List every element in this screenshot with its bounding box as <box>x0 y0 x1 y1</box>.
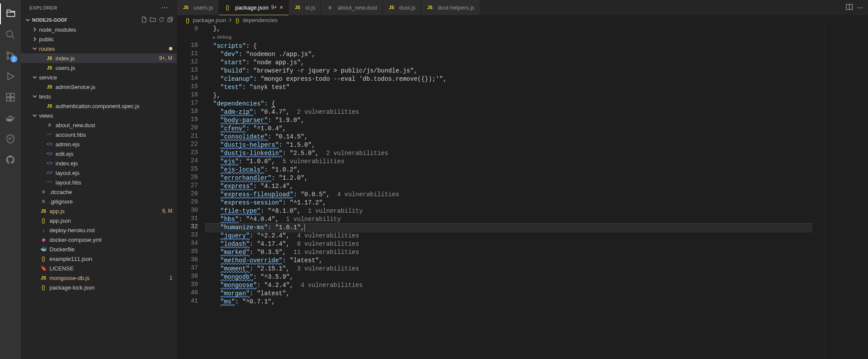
line-number: 27 <box>177 181 198 190</box>
tree-item-label: app.json <box>50 217 172 224</box>
tree-file[interactable]: {}app.json <box>21 216 177 225</box>
tree-folder[interactable]: node_modules <box>21 25 177 34</box>
explorer-icon[interactable] <box>0 3 21 24</box>
tree-file[interactable]: {}package-lock.json <box>21 283 177 292</box>
breadcrumb-label[interactable]: package.json <box>193 17 226 23</box>
refresh-icon[interactable] <box>158 16 165 23</box>
minimap[interactable] <box>825 25 868 359</box>
editor-tab[interactable]: JSdust.js <box>383 0 422 15</box>
code-content[interactable]: }, ▶Debug "scripts": { "dev": "nodemon .… <box>206 25 825 359</box>
tree-folder[interactable]: routes <box>21 44 177 53</box>
tree-file[interactable]: <>edit.ejs <box>21 149 177 158</box>
tree-file[interactable]: ≡.gitignore <box>21 197 177 206</box>
tree-file[interactable]: ◆docker-compose.yml <box>21 235 177 244</box>
tree-item-label: package-lock.json <box>50 284 172 291</box>
workspace-name: NODEJS-GOOF <box>32 17 67 23</box>
line-number: 40 <box>177 289 198 297</box>
chevron-icon <box>31 45 38 52</box>
tree-file[interactable]: JSadminService.js <box>21 82 177 92</box>
new-folder-icon[interactable] <box>150 16 156 23</box>
tab-label: dust.js <box>399 4 416 11</box>
vulnerability-inlay: 2 vulnerabilities <box>290 109 359 115</box>
tree-file[interactable]: 〰layout.hbs <box>21 178 177 187</box>
sidebar-more-icon[interactable]: ⋯ <box>161 3 168 12</box>
tree-folder[interactable]: tests <box>21 92 177 101</box>
code-line: "mongodb": "^3.5.9", <box>206 273 812 281</box>
tree-file[interactable]: JSauthentication.component.spec.js <box>21 101 177 111</box>
code-line: "dustjs-linkedin": "2.5.0", 2 vulnerabil… <box>206 149 812 158</box>
tree-file[interactable]: JSindex.js9+, M <box>21 53 177 63</box>
tree-item-label: layout.hbs <box>56 179 172 186</box>
sidebar-header: EXPLORER ⋯ <box>21 0 177 15</box>
line-number: 19 <box>177 115 198 124</box>
breadcrumbs[interactable]: {}package.json{}dependencies <box>177 15 868 25</box>
svg-rect-7 <box>11 98 14 101</box>
svg-rect-5 <box>11 93 14 97</box>
tree-file[interactable]: {}example111.json <box>21 254 177 263</box>
run-debug-icon[interactable] <box>0 66 21 87</box>
chevron-icon <box>31 36 38 43</box>
tree-item-label: users.js <box>56 65 172 71</box>
tree-item-label: admin.ejs <box>56 141 172 148</box>
line-number: 10 <box>177 41 198 49</box>
line-number: 38 <box>177 272 198 280</box>
tree-folder[interactable]: service <box>21 72 177 82</box>
tab-label: dust-helpers.js <box>438 4 475 11</box>
tree-file[interactable]: 🐳Dockerfile <box>21 244 177 254</box>
workspace-header[interactable]: NODEJS-GOOF <box>21 15 177 25</box>
tree-item-label: views <box>39 112 172 119</box>
source-control-icon[interactable]: 2 <box>0 45 21 66</box>
tree-folder[interactable]: public <box>21 34 177 44</box>
tree-file[interactable]: JSusers.js <box>21 63 177 72</box>
code-line: "body-parser": "1.9.0", <box>206 116 812 125</box>
vulnerability-inlay: 5 vulnerabilities <box>275 158 345 165</box>
new-file-icon[interactable] <box>141 16 147 23</box>
tree-file[interactable]: ≡.dccache <box>21 187 177 197</box>
tree-file[interactable]: JSmongoose-db.js1 <box>21 273 177 283</box>
svg-point-2 <box>7 57 9 59</box>
line-number: 18 <box>177 107 198 115</box>
editor-tab[interactable]: JSdust-helpers.js <box>421 0 480 15</box>
github-icon[interactable] <box>0 149 21 170</box>
tree-item-label: authentication.component.spec.js <box>56 103 172 109</box>
tree-file[interactable]: <>admin.ejs <box>21 139 177 149</box>
line-number: 30 <box>177 206 198 214</box>
line-number: 37 <box>177 264 198 272</box>
vulnerability-inlay: 3 vulnerabilities <box>290 265 359 272</box>
svg-rect-6 <box>7 98 10 101</box>
code-line: "adm-zip": "0.4.7", 2 vulnerabilities <box>206 108 812 116</box>
tree-file[interactable]: 〰account.hbs <box>21 130 177 139</box>
tree-file[interactable]: ≡about_new.dust <box>21 120 177 130</box>
tree-file[interactable]: <>index.ejs <box>21 158 177 168</box>
breadcrumb-label[interactable]: dependencies <box>243 17 278 23</box>
tree-item-label: routes <box>39 46 166 52</box>
tree-file[interactable]: ↓deploy-heroku.md <box>21 225 177 235</box>
line-number: 34 <box>177 239 198 247</box>
more-actions-icon[interactable]: ⋯ <box>857 4 863 11</box>
tree-folder[interactable]: views <box>21 111 177 120</box>
tree-file[interactable]: <>layout.ejs <box>21 168 177 178</box>
line-number: 41 <box>177 297 198 305</box>
close-icon[interactable]: × <box>280 4 283 11</box>
chevron-icon <box>31 74 38 81</box>
tabs-bar: JSusers.js{}package.json9+×JSst.js≡about… <box>177 0 868 15</box>
tree-file[interactable]: 🔖LICENSE <box>21 263 177 273</box>
tree-file[interactable]: JSapp.js6, M <box>21 206 177 216</box>
line-number: 24 <box>177 157 198 165</box>
snyk-icon[interactable] <box>0 128 21 149</box>
editor-tab[interactable]: {}package.json9+× <box>219 0 289 15</box>
extensions-icon[interactable] <box>0 87 21 108</box>
tree-item-label: docker-compose.yml <box>50 237 172 243</box>
editor-tab[interactable]: JSst.js <box>289 0 321 15</box>
code-line: "build": "browserify -r jquery > public/… <box>206 67 812 75</box>
code-line: "dev": "nodemon ./app.js", <box>206 50 812 59</box>
docker-icon[interactable] <box>0 108 21 128</box>
search-icon[interactable] <box>0 24 21 45</box>
editor-tab[interactable]: ≡about_new.dust <box>321 0 383 15</box>
code-line: "hbs": "^4.0.4", 1 vulnerability <box>206 215 812 224</box>
editor-tab[interactable]: JSusers.js <box>177 0 219 15</box>
collapse-all-icon[interactable] <box>167 16 173 23</box>
split-editor-icon[interactable] <box>846 3 853 12</box>
debug-codelens[interactable]: ▶Debug <box>206 33 812 42</box>
tab-label: st.js <box>305 4 315 11</box>
